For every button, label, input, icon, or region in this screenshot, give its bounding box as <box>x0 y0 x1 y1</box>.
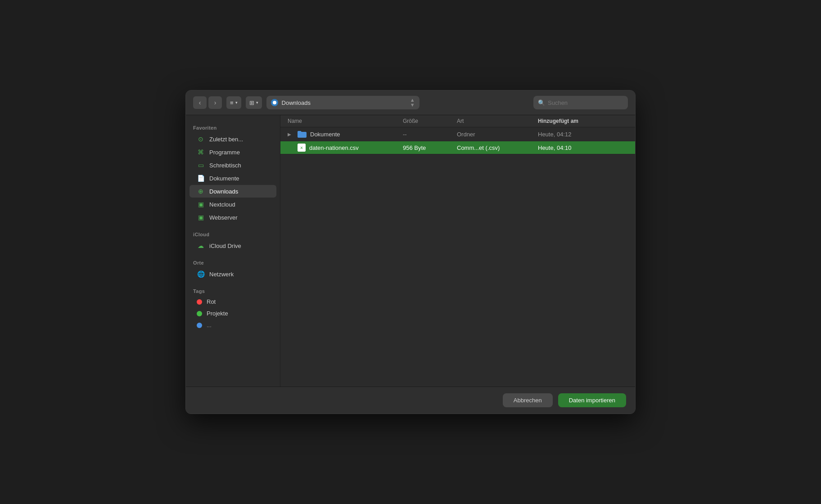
icloud-drive-icon: ☁ <box>197 242 205 250</box>
forward-button[interactable]: › <box>208 96 222 109</box>
file-size: -- <box>403 131 457 138</box>
sidebar-item-webserver[interactable]: ▣ Webserver <box>189 211 276 224</box>
location-text: Downloads <box>282 99 406 106</box>
webserver-icon: ▣ <box>197 213 205 221</box>
apps-icon: ⌘ <box>197 148 205 156</box>
table-row[interactable]: ▶ X daten-nationen.csv 956 Byte Comm...e… <box>280 141 635 154</box>
toolbar: ‹ › ≡ ▾ ⊞ ▾ Downloads ▲ ▼ 🔍 <box>186 90 635 115</box>
documents-icon: 📄 <box>197 174 205 182</box>
import-button[interactable]: Daten importieren <box>558 393 626 407</box>
file-name-cell: ▶ X daten-nationen.csv <box>288 144 403 152</box>
svg-point-0 <box>273 101 276 104</box>
search-bar[interactable]: 🔍 <box>533 96 628 109</box>
places-label: Orte <box>186 257 280 267</box>
back-button[interactable]: ‹ <box>193 96 207 109</box>
sidebar-item-desktop[interactable]: ▭ Schreibtisch <box>189 159 276 171</box>
sidebar-item-icloud-drive[interactable]: ☁ iCloud Drive <box>189 239 276 252</box>
footer: Abbrechen Daten importieren <box>186 387 635 414</box>
file-name-cell: ▶ Dokumente <box>288 130 403 139</box>
grid-view-chevron: ▾ <box>256 100 258 105</box>
table-row[interactable]: ▶ Dokumente -- Ordner Heute, 04:12 <box>280 127 635 141</box>
file-name: Dokumente <box>310 131 340 138</box>
col-header-size: Größe <box>403 118 457 124</box>
finder-window: ‹ › ≡ ▾ ⊞ ▾ Downloads ▲ ▼ 🔍 F <box>185 90 636 414</box>
empty-space <box>280 154 635 334</box>
column-headers: Name Größe Art Hinzugefügt am <box>280 115 635 127</box>
tag-3-dot <box>197 323 202 328</box>
file-date: Heute, 04:12 <box>538 131 628 138</box>
file-size: 956 Byte <box>403 144 457 151</box>
sidebar-item-recent[interactable]: ⊙ Zuletzt ben... <box>189 133 276 145</box>
icloud-label: iCloud <box>186 229 280 239</box>
grid-view-icon: ⊞ <box>249 99 254 106</box>
favorites-label: Favoriten <box>186 122 280 132</box>
tag-rot-dot <box>197 299 202 305</box>
downloads-icon: ⊕ <box>197 187 205 195</box>
file-name: daten-nationen.csv <box>309 144 359 151</box>
file-date: Heute, 04:10 <box>538 144 628 151</box>
sidebar-item-apps[interactable]: ⌘ Programme <box>189 146 276 158</box>
sidebar-item-tag-projekte[interactable]: Projekte <box>189 308 276 319</box>
sidebar-item-label-recent: Zuletzt ben... <box>209 136 243 143</box>
network-icon: 🌐 <box>197 270 205 278</box>
sidebar-item-label-apps: Programme <box>209 149 240 156</box>
sidebar-item-label-documents: Dokumente <box>209 175 239 182</box>
location-stepper[interactable]: ▲ ▼ <box>410 98 415 108</box>
folder-icon <box>298 130 307 139</box>
search-icon: 🔍 <box>538 99 545 106</box>
location-folder-icon <box>271 99 278 106</box>
sidebar-item-label-desktop: Schreibtisch <box>209 162 241 169</box>
main-content: Name Größe Art Hinzugefügt am ▶ Dok <box>280 115 635 387</box>
sidebar-item-network[interactable]: 🌐 Netzwerk <box>189 268 276 280</box>
col-header-type: Art <box>457 118 538 124</box>
list-view-icon: ≡ <box>230 99 234 106</box>
tags-label: Tags <box>186 286 280 296</box>
sidebar-item-label-downloads: Downloads <box>209 188 238 195</box>
tag-projekte-dot <box>197 311 202 316</box>
sidebar-item-label-projekte: Projekte <box>207 310 228 317</box>
search-input[interactable] <box>548 99 623 106</box>
sidebar-item-downloads[interactable]: ⊕ Downloads <box>189 185 276 198</box>
file-type: Comm...et (.csv) <box>457 144 538 151</box>
desktop-icon: ▭ <box>197 161 205 169</box>
sidebar: Favoriten ⊙ Zuletzt ben... ⌘ Programme ▭… <box>186 115 280 387</box>
col-header-date: Hinzugefügt am <box>538 118 628 124</box>
sidebar-item-label-tag3: ... <box>207 322 212 328</box>
sidebar-item-label-nextcloud: Nextcloud <box>209 201 235 208</box>
cancel-button[interactable]: Abbrechen <box>503 393 553 407</box>
sidebar-item-label-icloud: iCloud Drive <box>209 243 241 249</box>
sidebar-item-label-rot: Rot <box>207 298 216 305</box>
sidebar-item-tag-3[interactable]: ... <box>189 320 276 331</box>
expand-icon[interactable]: ▶ <box>288 132 294 137</box>
sidebar-item-label-network: Netzwerk <box>209 271 234 278</box>
sidebar-item-label-webserver: Webserver <box>209 214 238 221</box>
sidebar-item-tag-rot[interactable]: Rot <box>189 296 276 307</box>
csv-icon: X <box>298 144 306 152</box>
file-list: ▶ Dokumente -- Ordner Heute, 04:12 <box>280 127 635 387</box>
list-view-chevron: ▾ <box>235 100 238 105</box>
list-view-button[interactable]: ≡ ▾ <box>226 96 241 109</box>
nav-buttons: ‹ › <box>193 96 222 109</box>
content-area: Favoriten ⊙ Zuletzt ben... ⌘ Programme ▭… <box>186 115 635 387</box>
sidebar-item-documents[interactable]: 📄 Dokumente <box>189 172 276 184</box>
col-header-name: Name <box>288 118 403 124</box>
nextcloud-icon: ▣ <box>197 200 205 208</box>
recent-icon: ⊙ <box>197 135 205 143</box>
file-type: Ordner <box>457 131 538 138</box>
location-bar[interactable]: Downloads ▲ ▼ <box>266 96 420 109</box>
sidebar-item-nextcloud[interactable]: ▣ Nextcloud <box>189 198 276 211</box>
grid-view-button[interactable]: ⊞ ▾ <box>246 96 262 109</box>
